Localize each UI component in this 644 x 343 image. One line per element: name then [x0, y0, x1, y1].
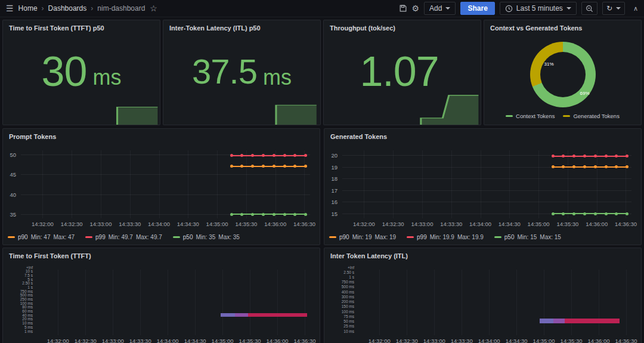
legend-max-value: Max: 19 [374, 234, 396, 240]
grid-line-vertical [626, 270, 627, 335]
panel-title: Prompt Tokens [3, 129, 320, 144]
grid-line-vertical [168, 270, 168, 335]
x-tick-label: 14:32:00 [347, 221, 380, 227]
y-tick-label: 17 [324, 187, 338, 194]
legend-item[interactable]: p99Min: 49.7Max: 49.7 [85, 234, 162, 240]
legend-item[interactable]: p50Min: 15Max: 15 [494, 234, 561, 240]
grid-line-vertical [159, 150, 160, 218]
series-point [251, 154, 254, 157]
grid-line-vertical [462, 270, 462, 335]
add-button-label: Add [429, 4, 442, 13]
clock-icon [505, 5, 513, 13]
save-dashboard-icon[interactable] [399, 4, 407, 13]
chevron-down-icon [445, 7, 450, 10]
time-range-picker[interactable]: Last 5 minutes [500, 2, 577, 15]
panel-title: Time to First Token (TTFT) p50 [3, 20, 160, 36]
x-tick-label: 14:32:30 [376, 221, 410, 227]
add-button[interactable]: Add [424, 2, 456, 15]
grid-line-vertical [304, 150, 305, 218]
legend-item[interactable]: p90Min: 19Max: 19 [329, 234, 396, 240]
grid-line-vertical [72, 150, 72, 218]
x-tick-label: 14:34:00 [143, 221, 176, 227]
legend-series-name: p90 [339, 234, 349, 240]
prompt-tokens-chart[interactable]: 14:32:0014:32:3014:33:0014:33:3014:34:00… [3, 144, 320, 245]
panel-context-vs-generated: Context vs Generated Tokens 69% 31% Cont… [484, 20, 642, 125]
breadcrumb-dashboards[interactable]: Dashboards [48, 4, 87, 13]
legend-item[interactable]: p90Min: 47Max: 47 [8, 234, 75, 240]
legend-max-value: Max: 15 [540, 234, 561, 240]
stat-value: 1.07 [324, 36, 481, 107]
legend-series-name: p90 [18, 234, 28, 240]
grid-line-horizontal [342, 178, 631, 179]
legend-max-value: Max: 35 [218, 234, 240, 240]
chevron-down-icon [566, 7, 571, 10]
zoom-out-icon [586, 5, 593, 13]
grid-line-vertical [140, 270, 141, 335]
grid-line-vertical [275, 150, 276, 218]
generated-tokens-chart[interactable]: 14:32:0014:32:3014:33:0014:33:3014:34:00… [324, 144, 641, 245]
series-point [626, 212, 628, 215]
series-point [572, 212, 575, 215]
series-point [552, 165, 555, 168]
series-point [273, 213, 275, 216]
collapse-icon[interactable]: ∧ [633, 5, 638, 12]
legend-item-generated-tokens[interactable]: Generated Tokens [563, 113, 619, 119]
series-point [251, 213, 254, 216]
donut-pct-context: 69% [580, 91, 590, 96]
grid-line-vertical [250, 270, 250, 335]
series-point [304, 154, 307, 157]
legend-item[interactable]: p99Min: 19.9Max: 19.9 [407, 234, 484, 240]
breadcrumb-separator: › [91, 4, 93, 13]
legend-item-context-tokens[interactable]: Context Tokens [506, 113, 555, 119]
y-tick-label: 100 ms [324, 310, 354, 314]
share-button[interactable]: Share [460, 2, 494, 15]
x-tick-label: 14:36:30 [288, 338, 320, 343]
series-point [283, 154, 286, 157]
series-point [230, 154, 233, 157]
y-tick-label: 200 ms [324, 299, 354, 304]
grid-line-vertical [364, 150, 364, 218]
heatmap-cell [553, 319, 564, 323]
y-tick-label: 45 [3, 171, 16, 178]
settings-icon[interactable]: ⚙ [412, 4, 420, 13]
refresh-interval-caret[interactable] [616, 7, 621, 10]
y-tick-label: 20 [324, 152, 338, 159]
donut-pct-generated: 31% [544, 61, 554, 67]
legend-min-value: Min: 19.9 [430, 234, 454, 240]
star-icon[interactable]: ☆ [150, 4, 157, 13]
series-point [293, 165, 296, 168]
refresh-button[interactable]: ↻ [602, 2, 625, 15]
grid-line-vertical [42, 150, 43, 218]
y-tick-label: 150 ms [324, 304, 354, 308]
x-tick-label: 14:32:30 [55, 221, 88, 227]
breadcrumb-separator: › [42, 4, 44, 13]
series-point [615, 154, 618, 157]
series-point [262, 213, 265, 216]
grid-line-vertical [434, 270, 435, 335]
series-point [304, 213, 307, 216]
zoom-out-button[interactable] [581, 2, 597, 15]
x-tick-label: 14:35:00 [200, 221, 234, 227]
series-point [615, 165, 618, 168]
grid-line-vertical [195, 270, 196, 335]
ttft-heatmap-chart[interactable]: 14:32:0014:32:3014:33:0014:33:3014:34:00… [3, 264, 320, 343]
panel-generated-tokens: Generated Tokens 14:32:0014:32:3014:33:0… [324, 128, 642, 245]
legend-item[interactable]: p50Min: 35Max: 35 [173, 234, 240, 240]
breadcrumb-home[interactable]: Home [18, 4, 38, 13]
legend-swatch [173, 236, 180, 238]
series-point [605, 212, 608, 215]
legend-min-value: Min: 19 [352, 234, 372, 240]
grid-line-vertical [407, 270, 407, 335]
x-tick-label: 14:35:30 [230, 221, 263, 227]
grid-line-vertical [489, 270, 490, 335]
legend-swatch [8, 236, 15, 238]
donut-chart[interactable] [530, 42, 596, 107]
legend-max-value: Max: 19.9 [457, 234, 484, 240]
itl-heatmap-chart[interactable]: 14:32:0014:32:3014:33:0014:33:3014:34:00… [324, 264, 641, 343]
grid-line-vertical [85, 270, 86, 335]
series-point [262, 165, 265, 168]
series-point [594, 165, 597, 168]
menu-icon[interactable]: ☰ [6, 4, 14, 13]
grid-line-vertical [451, 150, 452, 218]
panel-title: Time to First Token (TTFT) [3, 248, 320, 264]
